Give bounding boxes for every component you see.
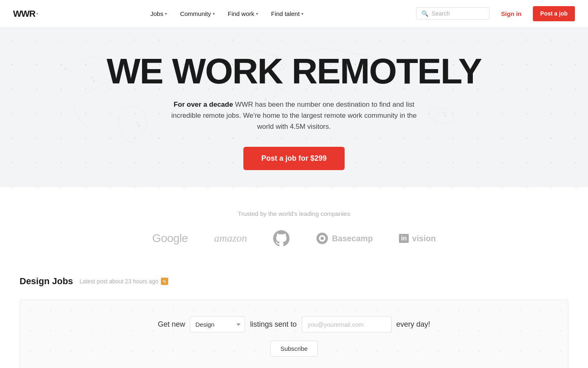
trusted-section: Trusted by the world's leading companies…: [0, 187, 588, 263]
search-icon: 🔍: [421, 10, 428, 17]
svg-text:▲: ▲: [441, 108, 447, 115]
category-select[interactable]: Design Development Marketing Sales Manag…: [190, 316, 245, 332]
nav-links: Jobs ▾ Community ▾ Find work ▾ Find tale…: [145, 7, 308, 20]
logo-text: WWR: [13, 9, 35, 19]
svg-point-22: [321, 237, 324, 240]
chevron-down-icon: ▾: [256, 11, 258, 16]
svg-text:▲: ▲: [135, 119, 140, 125]
logos-row: Google amazon Basecamp in vision: [16, 230, 572, 247]
logo-basecamp: Basecamp: [316, 232, 373, 245]
latest-post-info: Latest post about 23 hours ago ∿: [80, 278, 168, 285]
logo-github: [273, 230, 290, 247]
logo-google: Google: [152, 232, 188, 245]
trusted-label: Trusted by the world's leading companies: [16, 210, 572, 217]
amazon-logo-text: amazon: [214, 232, 247, 245]
nav-find-talent[interactable]: Find talent ▾: [266, 7, 308, 20]
email-input[interactable]: [302, 316, 392, 332]
svg-point-0: [93, 80, 95, 82]
search-placeholder: Search: [432, 10, 450, 17]
nav-right: 🔍 Search Sign in Post a job: [416, 6, 575, 21]
design-jobs-section: Design Jobs Latest post about 23 hours a…: [0, 263, 588, 293]
get-new-label: Get new: [158, 320, 185, 329]
sign-in-button[interactable]: Sign in: [494, 7, 528, 20]
latest-post-text: Latest post about 23 hours ago: [80, 278, 158, 285]
nav-jobs[interactable]: Jobs ▾: [145, 7, 172, 20]
chevron-down-icon: ▾: [165, 11, 167, 16]
basecamp-icon: [316, 232, 329, 245]
invision-in-badge: in: [399, 234, 409, 243]
logo-invision: in vision: [399, 234, 436, 243]
section-header: Design Jobs Latest post about 23 hours a…: [20, 276, 568, 287]
subscribe-row: Get new Design Development Marketing Sal…: [33, 316, 555, 332]
google-logo-text: Google: [152, 232, 188, 245]
hero-cta-button[interactable]: Post a job for $299: [243, 147, 345, 170]
svg-point-7: [64, 67, 67, 70]
basecamp-logo-text: Basecamp: [332, 234, 373, 243]
logo-amazon: amazon: [214, 232, 247, 245]
site-logo[interactable]: WWR•: [13, 9, 38, 19]
design-jobs-title: Design Jobs: [20, 276, 73, 287]
hero-subtitle-bold: For over a decade: [174, 101, 233, 108]
svg-text:▲: ▲: [90, 73, 96, 80]
invision-logo-text: vision: [412, 234, 436, 243]
svg-point-5: [444, 114, 446, 117]
subscribe-button[interactable]: Subscribe: [270, 341, 318, 357]
every-day-label: every day!: [396, 320, 430, 329]
chevron-down-icon: ▾: [301, 11, 303, 16]
github-icon: [273, 230, 290, 247]
svg-line-14: [65, 69, 94, 81]
hero-subtitle: For over a decade WWR has been the numbe…: [163, 99, 425, 132]
subscribe-box: Get new Design Development Marketing Sal…: [20, 300, 568, 368]
svg-point-4: [138, 125, 140, 127]
rss-icon[interactable]: ∿: [161, 278, 168, 285]
nav-find-work[interactable]: Find work ▾: [223, 7, 263, 20]
logo-dot: •: [36, 11, 38, 16]
navbar: WWR• Jobs ▾ Community ▾ Find work ▾ Find…: [0, 0, 588, 28]
search-box[interactable]: 🔍 Search: [416, 7, 490, 20]
hero-section: ▲ ▲ ▲ ▲ ▲ WE WORK REMOTELY For over a de…: [0, 28, 588, 187]
listings-sent-to-label: listings sent to: [250, 320, 296, 329]
nav-community[interactable]: Community ▾: [175, 7, 220, 20]
subscribe-section: Get new Design Development Marketing Sal…: [0, 293, 588, 368]
chevron-down-icon: ▾: [213, 11, 215, 16]
hero-title: WE WORK REMOTELY: [107, 53, 481, 89]
post-job-button[interactable]: Post a job: [533, 6, 575, 21]
